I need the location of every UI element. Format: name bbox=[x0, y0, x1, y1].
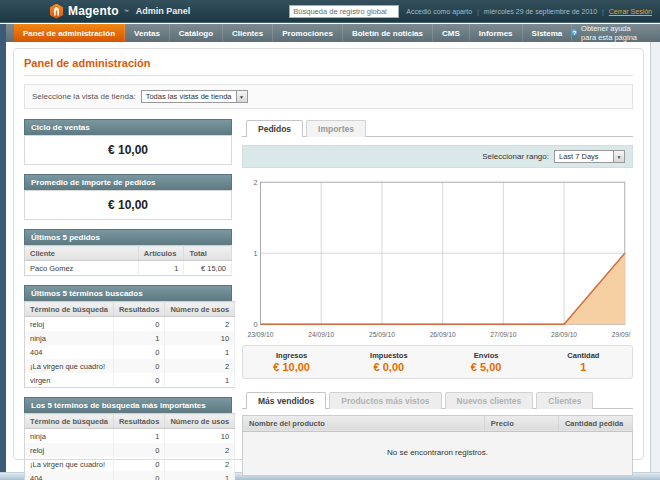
table-row[interactable]: reloj 0 2 bbox=[25, 317, 235, 332]
range-bar: Seleccionar rango: Last 7 Days ▼ bbox=[242, 145, 633, 168]
lifetime-sales-box: Ciclo de ventas € 10,00 bbox=[24, 119, 232, 165]
svg-text:25/09/10: 25/09/10 bbox=[369, 331, 395, 338]
dashboard-content: Panel de administración Seleccione la vi… bbox=[13, 48, 644, 460]
help-link[interactable]: ? Obtener ayuda para esta página bbox=[572, 24, 660, 42]
table-row[interactable]: 404 0 1 bbox=[25, 471, 235, 480]
svg-text:28/09/10: 28/09/10 bbox=[551, 331, 577, 338]
nav-item-sistema[interactable]: Sistema bbox=[523, 24, 573, 42]
nav-item-promociones[interactable]: Promociones bbox=[273, 24, 343, 42]
chart-tabs: Pedidos Importes bbox=[242, 119, 633, 137]
chevron-down-icon: ▼ bbox=[236, 91, 247, 102]
store-switcher-bar: Seleccione la vista de tienda: Todas las… bbox=[24, 84, 633, 109]
header-date: miércoles 29 de septiembre de 2010 bbox=[484, 8, 597, 15]
help-icon: ? bbox=[572, 29, 577, 37]
nav-item-boletin[interactable]: Boletín de noticias bbox=[343, 24, 433, 42]
nav-item-cms[interactable]: CMS bbox=[433, 24, 470, 42]
lifetime-sales-title: Ciclo de ventas bbox=[24, 119, 232, 135]
svg-text:2: 2 bbox=[253, 178, 257, 187]
scrollbar-track[interactable] bbox=[650, 42, 660, 472]
total-ingresos: Ingresos € 10,00 bbox=[243, 351, 340, 373]
logo-text: Magento bbox=[68, 4, 119, 18]
table-row[interactable]: ninja 1 10 bbox=[25, 331, 235, 345]
store-view-select[interactable]: Todas las vistas de tienda ▼ bbox=[141, 90, 248, 103]
last-orders-box: Últimos 5 pedidos Cliente Artículos Tota… bbox=[24, 229, 232, 276]
total-envios: Envíos € 5,00 bbox=[438, 351, 535, 373]
top-search-table: Término de búsqueda Resultados Número de… bbox=[24, 413, 235, 480]
grid-tabs: Más vendidos Productos más vistos Nuevos… bbox=[242, 391, 633, 409]
magento-admin-window: Magento ™ Admin Panel Accedió como apart… bbox=[0, 0, 660, 480]
tab-pedidos[interactable]: Pedidos bbox=[246, 120, 303, 137]
top-search-box: Los 5 términos de búsqueda más important… bbox=[24, 397, 232, 480]
title-divider bbox=[24, 75, 633, 76]
totals-bar: Ingresos € 10,00 Impuestos € 0,00 Envíos… bbox=[242, 345, 633, 379]
logo-trademark: ™ bbox=[124, 8, 129, 14]
last-search-table: Término de búsqueda Resultados Número de… bbox=[24, 301, 235, 388]
range-label: Seleccionar rango: bbox=[482, 152, 549, 161]
lifetime-sales-value: € 10,00 bbox=[24, 135, 232, 165]
table-row[interactable]: reloj 0 2 bbox=[25, 443, 235, 457]
store-switcher-label: Seleccione la vista de tienda: bbox=[32, 92, 136, 101]
svg-text:26/09/10: 26/09/10 bbox=[430, 331, 456, 338]
tab-productos-mas-vistos[interactable]: Productos más vistos bbox=[329, 392, 441, 409]
total-impuestos: Impuestos € 0,00 bbox=[340, 351, 437, 373]
last-orders-title: Últimos 5 pedidos bbox=[24, 229, 232, 245]
last-orders-table: Cliente Artículos Total Paco Gomez 1 € 1… bbox=[24, 245, 232, 276]
logout-link[interactable]: Cerrar Sesión bbox=[609, 8, 652, 15]
logged-in-as: Accedió como aparto bbox=[406, 8, 472, 15]
table-row[interactable]: ¡La virgen que cuadro! 0 2 bbox=[25, 359, 235, 373]
svg-text:27/09/10: 27/09/10 bbox=[490, 331, 516, 338]
svg-text:23/09/10: 23/09/10 bbox=[247, 331, 273, 338]
tab-nuevos-clientes[interactable]: Nuevos clientes bbox=[445, 392, 534, 409]
svg-text:1: 1 bbox=[253, 249, 257, 258]
nav-item-dashboard[interactable]: Panel de administración bbox=[14, 24, 125, 42]
tab-clientes[interactable]: Clientes bbox=[536, 392, 593, 409]
main-nav: Panel de administración Ventas Catálogo … bbox=[0, 24, 660, 42]
empty-grid-message: No se encontraron registros. bbox=[242, 432, 633, 476]
svg-text:0: 0 bbox=[253, 320, 257, 329]
table-row[interactable]: ¡La virgen que cuadro! 0 2 bbox=[25, 457, 235, 471]
magento-logo-icon bbox=[50, 4, 63, 19]
magento-logo: Magento ™ Admin Panel bbox=[50, 4, 190, 19]
help-label: Obtener ayuda para esta página bbox=[581, 24, 646, 42]
range-select[interactable]: Last 7 Days ▼ bbox=[554, 150, 625, 163]
page-title: Panel de administración bbox=[24, 57, 633, 69]
table-row[interactable]: virgen 0 1 bbox=[25, 373, 235, 388]
average-orders-title: Promedio de importe de pedidos bbox=[24, 174, 232, 190]
average-orders-value: € 10,00 bbox=[24, 190, 232, 220]
bestsellers-table: Nombre del producto Precio Cantidad pedi… bbox=[242, 415, 633, 432]
table-row[interactable]: 404 0 1 bbox=[25, 345, 235, 359]
logo-subtitle: Admin Panel bbox=[136, 6, 191, 16]
dashboard-main: Pedidos Importes Seleccionar rango: Last… bbox=[242, 119, 633, 476]
header-meta: Accedió como aparto | miércoles 29 de se… bbox=[406, 8, 652, 15]
table-row[interactable]: ninja 1 10 bbox=[25, 429, 235, 444]
last-search-box: Últimos 5 términos buscados Término de b… bbox=[24, 285, 232, 388]
last-search-title: Últimos 5 términos buscados bbox=[24, 285, 232, 301]
orders-chart: 01223/09/1024/09/1025/09/1026/09/1027/09… bbox=[244, 176, 631, 341]
average-orders-box: Promedio de importe de pedidos € 10,00 bbox=[24, 174, 232, 220]
top-search-title: Los 5 términos de búsqueda más important… bbox=[24, 397, 232, 413]
chevron-down-icon: ▼ bbox=[613, 151, 624, 162]
nav-item-clientes[interactable]: Clientes bbox=[223, 24, 273, 42]
total-cantidad: Cantidad 1 bbox=[535, 351, 632, 373]
header-bar: Magento ™ Admin Panel Accedió como apart… bbox=[0, 0, 660, 23]
svg-text:24/09/10: 24/09/10 bbox=[308, 331, 334, 338]
frame-left-edge bbox=[0, 24, 6, 472]
global-search-input[interactable] bbox=[289, 5, 399, 18]
dashboard-sidebar: Ciclo de ventas € 10,00 Promedio de impo… bbox=[24, 119, 232, 480]
svg-text:29/09/10: 29/09/10 bbox=[612, 331, 631, 338]
nav-item-informes[interactable]: Informes bbox=[470, 24, 523, 42]
tab-mas-vendidos[interactable]: Más vendidos bbox=[246, 392, 326, 409]
nav-item-catalogo[interactable]: Catálogo bbox=[170, 24, 223, 42]
tab-importes[interactable]: Importes bbox=[306, 120, 366, 137]
nav-item-ventas[interactable]: Ventas bbox=[125, 24, 170, 42]
orders-chart-svg: 01223/09/1024/09/1025/09/1026/09/1027/09… bbox=[244, 176, 631, 341]
table-row[interactable]: Paco Gomez 1 € 15,00 bbox=[25, 261, 232, 276]
